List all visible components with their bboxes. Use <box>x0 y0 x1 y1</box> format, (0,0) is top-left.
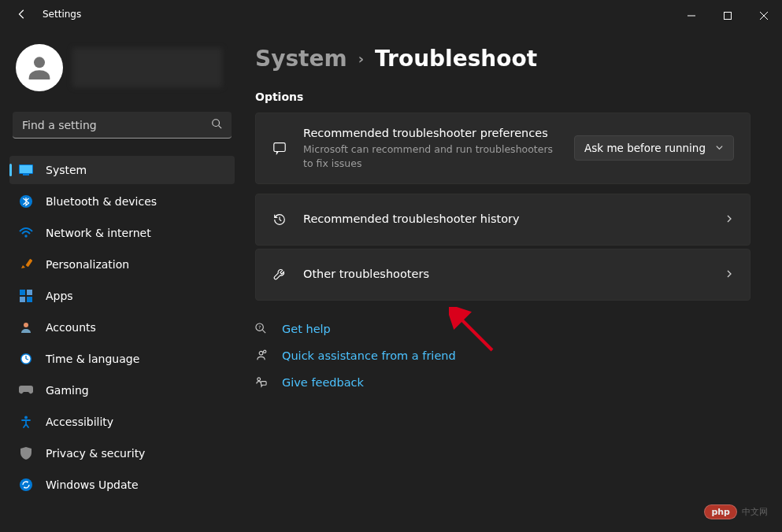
apps-icon <box>19 289 33 303</box>
link-label: Quick assistance from a friend <box>282 349 456 362</box>
search-input[interactable] <box>22 119 211 131</box>
svg-point-28 <box>259 351 263 355</box>
link-quick-assist[interactable]: Quick assistance from a friend <box>255 349 750 362</box>
update-icon <box>19 478 33 492</box>
avatar <box>16 44 63 91</box>
svg-rect-12 <box>25 259 32 267</box>
svg-point-30 <box>258 378 261 381</box>
sidebar-item-label: System <box>46 164 87 176</box>
option-title: Recommended troubleshooter preferences <box>303 126 558 142</box>
svg-point-17 <box>24 323 28 327</box>
nav-list: System Bluetooth & devices Network & int… <box>9 156 235 499</box>
svg-rect-15 <box>20 297 25 302</box>
svg-point-5 <box>213 120 220 127</box>
back-button[interactable] <box>16 8 28 20</box>
preference-dropdown[interactable]: Ask me before running <box>574 135 734 161</box>
quick-assist-icon <box>255 349 268 362</box>
chevron-right-icon <box>725 267 734 282</box>
bluetooth-icon <box>19 194 33 209</box>
sidebar-item-bluetooth[interactable]: Bluetooth & devices <box>9 187 235 216</box>
link-label: Give feedback <box>282 376 364 389</box>
svg-point-29 <box>264 350 266 353</box>
network-icon <box>19 226 33 240</box>
sidebar-item-accessibility[interactable]: Accessibility <box>9 408 235 436</box>
sidebar-item-network[interactable]: Network & internet <box>9 219 235 247</box>
maximize-button[interactable] <box>710 0 746 31</box>
main-content: System › Troubleshoot Options Recommende… <box>244 31 782 532</box>
shield-icon <box>19 446 33 460</box>
option-other-troubleshooters[interactable]: Other troubleshooters <box>255 249 750 301</box>
sidebar-item-privacy[interactable]: Privacy & security <box>9 439 235 467</box>
sidebar-item-label: Windows Update <box>46 478 139 491</box>
search-box[interactable] <box>13 112 232 139</box>
svg-rect-24 <box>274 143 285 152</box>
time-icon <box>19 352 33 366</box>
svg-rect-1 <box>725 13 732 20</box>
svg-line-26 <box>262 330 265 333</box>
search-icon <box>211 117 222 132</box>
feedback-icon <box>255 376 268 389</box>
sidebar-item-label: Accessibility <box>46 416 113 428</box>
window-title: Settings <box>43 9 81 20</box>
option-recommended-preferences: Recommended troubleshooter preferences M… <box>255 113 750 184</box>
chat-icon <box>272 140 287 156</box>
sidebar-item-personalization[interactable]: Personalization <box>9 250 235 279</box>
svg-point-4 <box>34 57 45 68</box>
option-title: Recommended troubleshooter history <box>303 212 709 227</box>
breadcrumb: System › Troubleshoot <box>255 46 750 72</box>
option-description: Microsoft can recommend and run troubles… <box>303 142 558 171</box>
close-button[interactable] <box>746 0 782 31</box>
option-title: Other troubleshooters <box>303 267 709 283</box>
svg-rect-16 <box>27 297 32 302</box>
personalization-icon <box>19 257 33 272</box>
svg-point-23 <box>20 478 32 491</box>
svg-rect-9 <box>23 174 29 175</box>
wrench-icon <box>272 267 287 283</box>
minimize-button[interactable] <box>673 0 710 31</box>
sidebar-item-label: Bluetooth & devices <box>46 195 157 208</box>
svg-point-22 <box>24 416 28 419</box>
dropdown-value: Ask me before running <box>584 142 706 154</box>
titlebar: Settings <box>0 0 782 31</box>
sidebar-item-time[interactable]: Time & language <box>9 345 235 373</box>
sidebar-item-label: Accounts <box>46 321 96 334</box>
watermark: php 中文网 <box>704 504 768 519</box>
help-links: ? Get help Quick assistance from a frien… <box>255 323 750 389</box>
svg-line-6 <box>219 126 222 129</box>
link-get-help[interactable]: ? Get help <box>255 323 750 335</box>
svg-rect-31 <box>261 381 267 385</box>
sidebar-item-update[interactable]: Windows Update <box>9 471 235 499</box>
gaming-icon <box>19 383 33 397</box>
sidebar-item-accounts[interactable]: Accounts <box>9 313 235 342</box>
profile-info-redacted <box>72 48 222 87</box>
breadcrumb-parent[interactable]: System <box>255 46 347 72</box>
sidebar-item-system[interactable]: System <box>9 156 235 184</box>
svg-rect-13 <box>20 290 25 295</box>
sidebar-item-label: Network & internet <box>46 227 151 239</box>
accounts-icon <box>19 320 33 334</box>
sidebar-item-gaming[interactable]: Gaming <box>9 376 235 405</box>
watermark-text: 中文网 <box>742 506 768 518</box>
breadcrumb-separator: › <box>358 50 364 67</box>
user-profile[interactable] <box>9 38 235 98</box>
link-label: Get help <box>282 323 331 335</box>
sidebar-item-label: Gaming <box>46 384 89 397</box>
sidebar-item-label: Personalization <box>46 258 129 271</box>
svg-rect-14 <box>27 290 32 295</box>
option-history[interactable]: Recommended troubleshooter history <box>255 194 750 246</box>
watermark-badge: php <box>704 504 737 519</box>
svg-rect-8 <box>20 165 32 173</box>
chevron-right-icon <box>725 212 734 227</box>
sidebar-item-label: Time & language <box>46 353 139 365</box>
svg-point-11 <box>24 235 27 237</box>
sidebar-item-label: Apps <box>46 290 73 302</box>
sidebar-item-apps[interactable]: Apps <box>9 282 235 310</box>
system-icon <box>19 163 33 177</box>
svg-text:?: ? <box>258 325 261 330</box>
chevron-down-icon <box>715 142 724 154</box>
link-feedback[interactable]: Give feedback <box>255 376 750 389</box>
accessibility-icon <box>19 415 33 429</box>
history-icon <box>272 212 287 227</box>
help-icon: ? <box>255 323 268 335</box>
sidebar-item-label: Privacy & security <box>46 447 145 460</box>
